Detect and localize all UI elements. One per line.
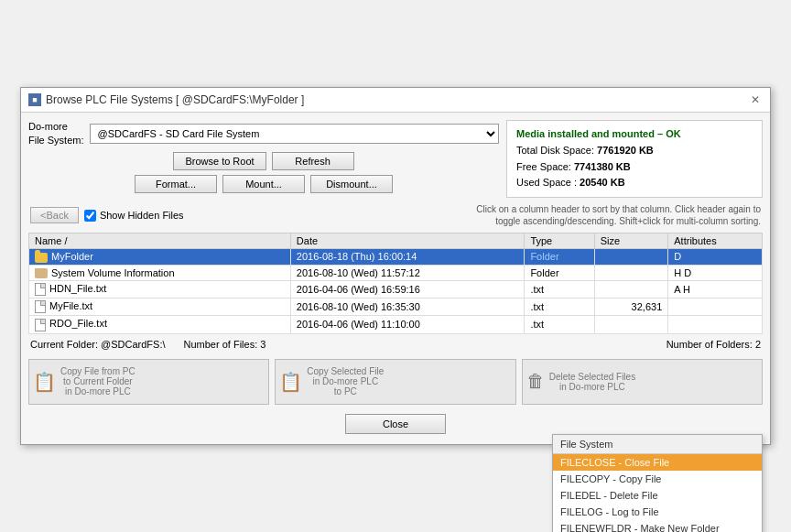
title-bar: ■ Browse PLC File Systems [ @SDCardFS:\M…	[21, 88, 770, 113]
media-status: Media installed and mounted – OK	[516, 126, 753, 143]
table-row[interactable]: MyFolder2016-08-18 (Thu) 16:00:14FolderD	[29, 249, 763, 266]
media-free-space: Free Space: 7741380 KB	[516, 159, 753, 176]
file-size-cell	[594, 281, 668, 299]
copy-selected-label: Copy Selected Filein Do-more PLCto PC	[307, 366, 384, 396]
file-date-cell: 2016-04-06 (Wed) 16:59:16	[290, 281, 525, 299]
close-main-button[interactable]: Close	[345, 414, 446, 434]
table-header: Name / Date Type Size Attributes	[29, 233, 763, 249]
table-row[interactable]: MyFile.txt2016-08-10 (Wed) 16:35:30.txt3…	[29, 299, 763, 316]
folder-icon	[35, 253, 48, 263]
file-name-cell: HDN_File.txt	[29, 281, 291, 299]
col-date[interactable]: Date	[290, 233, 525, 249]
file-icon	[35, 319, 46, 331]
dropdown-item-filelog[interactable]: FILELOG - Log to File	[553, 504, 762, 520]
title-bar-left: ■ Browse PLC File Systems [ @SDCardFS:\M…	[28, 93, 304, 106]
file-date-cell: 2016-08-18 (Thu) 16:00:14	[290, 249, 525, 266]
spacer	[284, 339, 647, 350]
file-type-cell: .txt	[525, 281, 594, 299]
copy-selected-icon: 📋	[279, 371, 302, 393]
file-date-cell: 2016-08-10 (Wed) 16:35:30	[290, 299, 525, 316]
close-row: Close	[28, 409, 763, 437]
col-size[interactable]: Size	[594, 233, 668, 249]
file-size-cell	[594, 316, 668, 333]
dropdown-header: File System	[553, 435, 762, 454]
file-size-cell: 32,631	[594, 299, 668, 316]
delete-icon: 🗑	[526, 371, 545, 392]
dropdown-item-filecopy[interactable]: FILECOPY - Copy File	[553, 471, 762, 487]
show-hidden-label[interactable]: Show Hidden Files	[84, 210, 184, 222]
file-attr-cell: D	[668, 249, 763, 266]
media-used-space: Used Space : 20540 KB	[516, 175, 753, 191]
file-type-cell: .txt	[525, 299, 594, 316]
file-attr-cell: A H	[668, 281, 763, 299]
system-folder-icon	[35, 268, 48, 278]
file-icon	[35, 300, 46, 313]
file-icon	[35, 283, 46, 296]
action-buttons-row: 📋 Copy File from PCto Current Folderin D…	[28, 359, 763, 405]
format-mount-row: Format... Mount... Dismount...	[28, 175, 499, 193]
dropdown-item-fileclose[interactable]: FILECLOSE - Close File	[553, 454, 762, 471]
file-name-cell: MyFile.txt	[29, 299, 291, 316]
refresh-button[interactable]: Refresh	[272, 152, 354, 170]
top-row: Do-more File System: @SDCardFS - SD Card…	[28, 120, 763, 198]
col-type[interactable]: Type	[525, 233, 594, 249]
file-system-dropdown[interactable]: File System FILECLOSE - Close FileFILECO…	[552, 434, 763, 532]
main-window: ■ Browse PLC File Systems [ @SDCardFS:\M…	[20, 87, 771, 444]
file-table-body: MyFolder2016-08-18 (Thu) 16:00:14FolderD…	[29, 249, 763, 333]
show-hidden-checkbox[interactable]	[84, 210, 96, 222]
copy-pc-icon: 📋	[33, 371, 56, 393]
file-size-cell	[594, 249, 668, 266]
file-attr-cell	[668, 316, 763, 333]
media-info-panel: Media installed and mounted – OK Total D…	[506, 120, 763, 198]
action-row: <Back Show Hidden Files Click on a colum…	[28, 203, 763, 227]
left-panel: Do-more File System: @SDCardFS - SD Card…	[28, 120, 499, 198]
file-type-cell: Folder	[525, 249, 594, 266]
table-row[interactable]: System Volume Information2016-08-10 (Wed…	[29, 265, 763, 281]
file-name-cell: RDO_File.txt	[29, 316, 291, 333]
window-content: Do-more File System: @SDCardFS - SD Card…	[21, 113, 770, 443]
format-button[interactable]: Format...	[135, 175, 217, 193]
file-type-cell: Folder	[525, 265, 594, 281]
dropdown-item-filenewfldr[interactable]: FILENEWFLDR - Make New Folder	[553, 520, 762, 532]
mount-button[interactable]: Mount...	[222, 175, 305, 193]
sort-hint: Click on a column header to sort by that…	[190, 203, 761, 227]
dismount-button[interactable]: Dismount...	[310, 175, 393, 193]
filesystem-label: Do-more File System:	[28, 120, 84, 147]
col-name[interactable]: Name /	[29, 233, 291, 249]
copy-pc-label: Copy File from PCto Current Folderin Do-…	[60, 366, 135, 396]
col-attributes[interactable]: Attributes	[668, 233, 763, 249]
file-name-cell: MyFolder	[29, 249, 291, 266]
num-files-status: Number of Files: 3	[184, 339, 266, 350]
table-wrapper: Name / Date Type Size Attributes MyFolde…	[28, 233, 763, 333]
table-row[interactable]: RDO_File.txt2016-04-06 (Wed) 11:10:00.tx…	[29, 316, 763, 333]
back-button[interactable]: <Back	[30, 207, 79, 223]
browse-root-button[interactable]: Browse to Root	[173, 152, 265, 170]
dropdown-items-list: FILECLOSE - Close FileFILECOPY - Copy Fi…	[553, 454, 762, 532]
filesystem-select[interactable]: @SDCardFS - SD Card File System	[90, 124, 499, 144]
file-attr-cell	[668, 299, 763, 316]
window-close-button[interactable]: ✕	[748, 92, 763, 107]
dropdown-item-filedel[interactable]: FILEDEL - Delete File	[553, 487, 762, 504]
status-bar: Current Folder: @SDCardFS:\ Number of Fi…	[28, 334, 763, 354]
media-disk-space: Total Disk Space: 7761920 KB	[516, 143, 753, 159]
file-attr-cell: H D	[668, 265, 763, 281]
file-date-cell: 2016-08-10 (Wed) 11:57:12	[290, 265, 525, 281]
file-type-cell: .txt	[525, 316, 594, 333]
file-size-cell	[594, 265, 668, 281]
window-title: Browse PLC File Systems [ @SDCardFS:\MyF…	[46, 93, 304, 106]
copy-pc-to-plc-button[interactable]: 📋 Copy File from PCto Current Folderin D…	[28, 359, 269, 405]
filesystem-row: Do-more File System: @SDCardFS - SD Card…	[28, 120, 499, 147]
table-row[interactable]: HDN_File.txt2016-04-06 (Wed) 16:59:16.tx…	[29, 281, 763, 299]
copy-selected-to-pc-button[interactable]: 📋 Copy Selected Filein Do-more PLCto PC	[275, 359, 515, 405]
current-folder-status: Current Folder: @SDCardFS:\	[30, 339, 166, 350]
file-table: Name / Date Type Size Attributes MyFolde…	[28, 233, 763, 333]
file-date-cell: 2016-04-06 (Wed) 11:10:00	[290, 316, 525, 333]
file-name-cell: System Volume Information	[29, 265, 291, 281]
window-icon: ■	[28, 93, 41, 106]
num-folders-status: Number of Folders: 2	[666, 339, 761, 350]
delete-selected-button[interactable]: 🗑 Delete Selected Filesin Do-more PLC	[522, 359, 763, 405]
delete-selected-label: Delete Selected Filesin Do-more PLC	[549, 372, 636, 392]
browse-refresh-row: Browse to Root Refresh	[28, 152, 499, 170]
